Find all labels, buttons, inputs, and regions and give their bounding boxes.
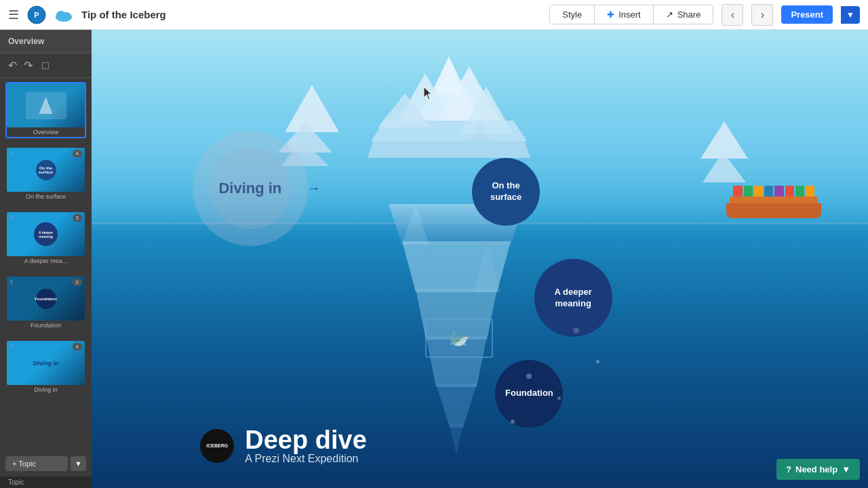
slide-num-1: 1 bbox=[9, 150, 13, 157]
slide-item-4[interactable]: 4 4 Diving in Diving in bbox=[5, 340, 86, 396]
svg-marker-16 bbox=[368, 138, 530, 158]
menu-icon[interactable]: ☰ bbox=[8, 7, 19, 22]
deep-dive-subtitle: A Prezi Next Expedition bbox=[245, 453, 367, 465]
bubble-2 bbox=[557, 396, 561, 400]
slide-label-2: A deeper mea... bbox=[7, 256, 85, 266]
share-button[interactable]: ↗ Share bbox=[654, 5, 713, 24]
svg-marker-24 bbox=[450, 424, 463, 455]
canvas-area[interactable]: Diving in → On thesurface A deepermeanin… bbox=[92, 30, 868, 488]
nav-next-button[interactable]: › bbox=[751, 4, 773, 26]
style-button[interactable]: Style bbox=[550, 5, 595, 24]
slide-item-3[interactable]: 3 2 Foundation Foundation bbox=[5, 275, 86, 331]
svg-marker-23 bbox=[436, 384, 477, 428]
slide-label-overview: Overview bbox=[7, 127, 85, 137]
add-topic-area: + Topic ▼ bbox=[0, 451, 92, 476]
insert-button[interactable]: ✚ Insert bbox=[595, 5, 654, 24]
iceberg-logo: ICEBERG bbox=[200, 429, 234, 463]
redo-icon[interactable]: ↷ bbox=[22, 58, 34, 73]
help-dropdown-icon: ▼ bbox=[842, 464, 850, 474]
ship-hull bbox=[726, 203, 821, 218]
slide-label-4: Diving in bbox=[7, 385, 85, 394]
diving-in-circle[interactable]: Diving in → bbox=[193, 131, 308, 246]
svg-marker-8 bbox=[701, 121, 748, 159]
deeper-label: A deepermeaning bbox=[548, 280, 599, 317]
svg-marker-17 bbox=[435, 56, 462, 94]
add-topic-dropdown[interactable]: ▼ bbox=[71, 456, 86, 471]
slide-badge-4: 4 bbox=[73, 343, 82, 350]
cargo-ship bbox=[726, 181, 821, 218]
nav-prev-button[interactable]: ‹ bbox=[722, 4, 743, 26]
prezi-logo-icon: P bbox=[27, 5, 46, 24]
foundation-circle[interactable]: Foundation bbox=[495, 360, 563, 428]
svg-marker-5 bbox=[285, 85, 339, 132]
svg-text:P: P bbox=[34, 11, 39, 19]
slide-badge-1: 4 bbox=[73, 150, 82, 157]
whale-box: 🐋 bbox=[425, 319, 493, 358]
slide-num-2: 2 bbox=[9, 214, 13, 221]
need-help-button[interactable]: ? Need help ▼ bbox=[776, 459, 860, 480]
sidebar-header: Overview bbox=[0, 30, 92, 54]
slide-num-3: 3 bbox=[9, 279, 13, 285]
surface-circle[interactable]: On thesurface bbox=[472, 158, 540, 226]
slide-label-3: Foundation bbox=[7, 321, 85, 330]
svg-point-4 bbox=[62, 12, 71, 19]
slides-panel: Overview ↶ ↷ □ Overview 1 4 On thesurfac… bbox=[0, 30, 92, 488]
slide-badge-2: 3 bbox=[73, 214, 82, 222]
deep-dive-title: Deep dive bbox=[245, 427, 367, 453]
document-title: Tip of the Iceberg bbox=[81, 9, 541, 20]
deeper-circle[interactable]: A deepermeaning bbox=[534, 259, 612, 337]
sidebar-toolbar: ↶ ↷ □ bbox=[0, 54, 92, 78]
deep-dive-area: ICEBERG Deep dive A Prezi Next Expeditio… bbox=[200, 427, 367, 465]
foundation-label: Foundation bbox=[500, 382, 559, 405]
cloud-icon bbox=[54, 7, 73, 22]
comment-icon[interactable]: □ bbox=[41, 58, 50, 73]
slide-label-1: On the surface bbox=[7, 192, 85, 201]
slide-thumb-overview bbox=[7, 83, 85, 127]
bubble-3 bbox=[511, 420, 515, 424]
slide-item-overview[interactable]: Overview bbox=[5, 82, 86, 138]
share-icon: ↗ bbox=[666, 9, 673, 20]
slide-num-4: 4 bbox=[9, 343, 13, 350]
topic-label-bar: Topic bbox=[0, 476, 92, 488]
undo-icon[interactable]: ↶ bbox=[7, 58, 18, 73]
toolbar-center: Style ✚ Insert ↗ Share bbox=[549, 5, 713, 24]
add-topic-button[interactable]: + Topic bbox=[5, 456, 68, 471]
insert-icon: ✚ bbox=[607, 9, 614, 20]
bubble-5 bbox=[596, 360, 599, 363]
deep-dive-text: Deep dive A Prezi Next Expedition bbox=[245, 427, 367, 465]
help-icon: ? bbox=[786, 464, 791, 474]
surface-label: On thesurface bbox=[484, 174, 528, 210]
present-dropdown-button[interactable]: ▼ bbox=[841, 6, 860, 24]
slide-item-2[interactable]: 2 3 A deepermeaning A deeper mea... bbox=[5, 211, 86, 267]
slide-badge-3: 2 bbox=[73, 279, 82, 286]
whale-icon: 🐋 bbox=[449, 329, 469, 348]
present-button[interactable]: Present bbox=[781, 5, 833, 24]
slide-item-1[interactable]: 1 4 On thesurface On the surface bbox=[5, 146, 86, 203]
